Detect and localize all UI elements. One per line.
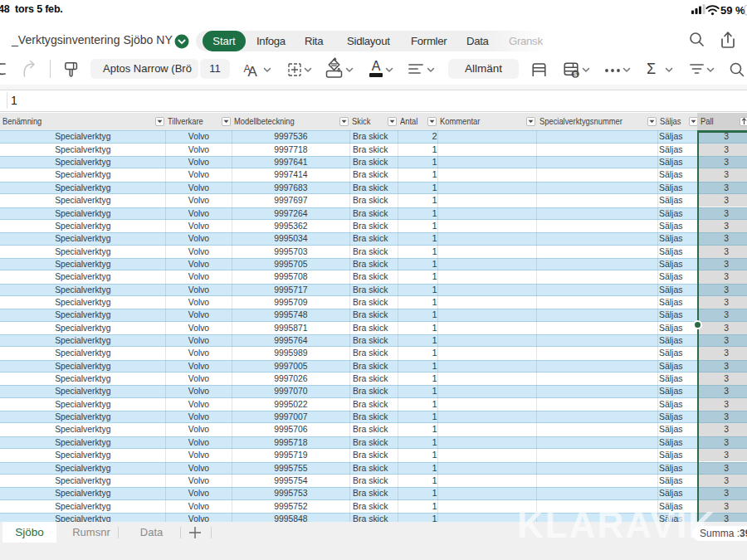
svg-text:59 %: 59 % xyxy=(720,4,745,17)
svg-text:A: A xyxy=(248,64,258,78)
